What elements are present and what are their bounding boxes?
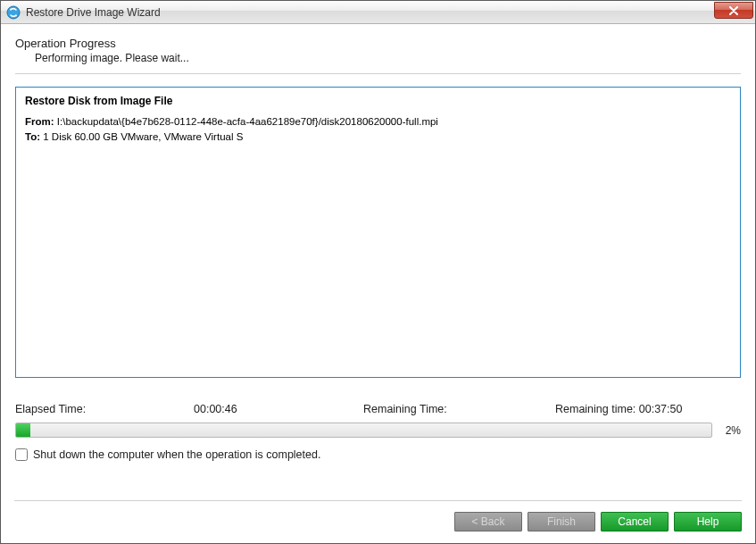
shutdown-label[interactable]: Shut down the computer when the operatio… — [33, 448, 320, 461]
operation-panel: Restore Disk from Image File From: I:\ba… — [15, 87, 741, 378]
from-line: From: I:\backupdata\{b4e7b628-0112-448e-… — [25, 114, 731, 130]
content-area: Operation Progress Performing image. Ple… — [1, 24, 755, 461]
remaining-label: Remaining Time: — [363, 403, 555, 415]
progress-percent: 2% — [718, 424, 741, 437]
footer: < Back Finish Cancel Help — [0, 490, 756, 544]
help-button[interactable]: Help — [674, 512, 742, 531]
shutdown-option-row: Shut down the computer when the operatio… — [15, 448, 741, 461]
to-line: To: 1 Disk 60.00 GB VMware, VMware Virtu… — [25, 130, 731, 145]
remaining-value: Remaining time: 00:37:50 — [555, 403, 741, 415]
panel-title: Restore Disk from Image File — [25, 95, 731, 107]
titlebar: Restore Drive Image Wizard — [1, 1, 755, 24]
footer-divider — [14, 500, 742, 501]
to-value: 1 Disk 60.00 GB VMware, VMware Virtual S — [43, 131, 243, 142]
close-button[interactable] — [714, 2, 753, 19]
elapsed-value: 00:00:46 — [194, 403, 363, 415]
to-label: To: — [25, 131, 40, 142]
progress-fill — [16, 423, 30, 437]
shutdown-checkbox[interactable] — [15, 448, 28, 461]
from-label: From: — [25, 116, 54, 127]
finish-button[interactable]: Finish — [528, 512, 595, 531]
cancel-button[interactable]: Cancel — [601, 512, 669, 531]
back-button[interactable]: < Back — [454, 512, 522, 531]
page-subtitle: Performing image. Please wait... — [35, 52, 741, 64]
progress-wrap: 2% — [15, 423, 741, 438]
button-row: < Back Finish Cancel Help — [14, 512, 742, 531]
divider — [15, 73, 741, 74]
from-value: I:\backupdata\{b4e7b628-0112-448e-acfa-4… — [57, 116, 438, 127]
page-title: Operation Progress — [15, 37, 741, 50]
time-row: Elapsed Time: 00:00:46 Remaining Time: R… — [15, 403, 741, 415]
window-title: Restore Drive Image Wizard — [26, 6, 161, 19]
app-icon — [6, 5, 21, 20]
elapsed-label: Elapsed Time: — [15, 403, 194, 415]
progress-bar — [15, 423, 712, 438]
close-icon — [728, 6, 739, 15]
